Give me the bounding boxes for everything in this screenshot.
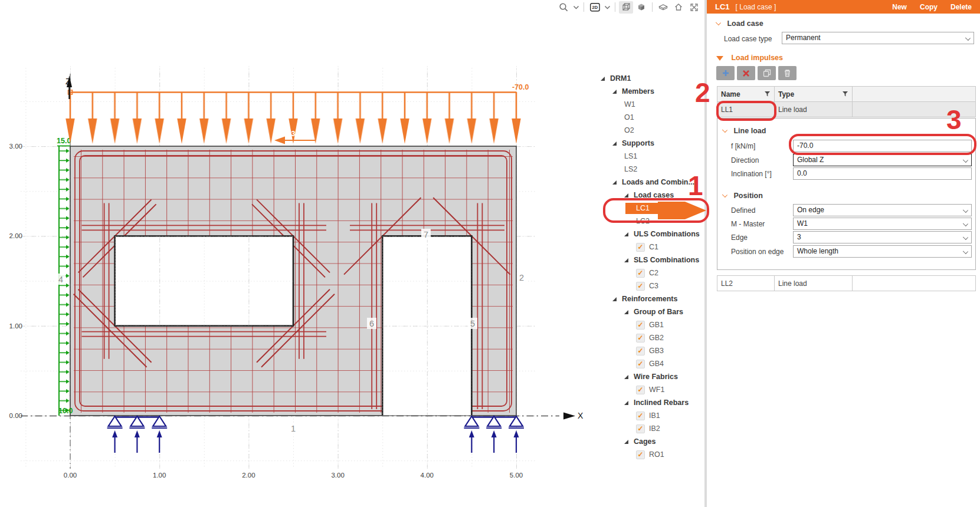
copy-impulse-button[interactable] — [758, 66, 776, 80]
checkbox-checked-icon[interactable]: ✓ — [636, 424, 645, 433]
checkbox-checked-icon[interactable]: ✓ — [636, 334, 645, 343]
view-mode-dropdown-button[interactable] — [603, 1, 611, 14]
view-2d-button[interactable]: 2D — [588, 1, 602, 14]
table-header-name[interactable]: Name — [717, 86, 775, 102]
checkbox-checked-icon[interactable]: ✓ — [636, 360, 645, 368]
table-row-ll1-type[interactable]: Line load — [774, 101, 853, 117]
remove-impulse-button[interactable] — [737, 66, 755, 80]
svg-text:4: 4 — [58, 275, 63, 284]
checkbox-checked-icon[interactable]: ✓ — [636, 411, 645, 420]
line-load-ll1[interactable]: -70.0 3 — [64, 83, 529, 146]
add-impulse-button[interactable] — [716, 66, 735, 80]
expand-triangle-icon[interactable] — [624, 440, 628, 444]
table-header-type[interactable]: Type — [774, 86, 853, 102]
expand-triangle-icon[interactable] — [612, 141, 617, 146]
defined-select[interactable]: On edge — [793, 204, 972, 216]
tree-item-lc2[interactable]: LC2 — [597, 215, 704, 228]
copy-button[interactable]: Copy — [920, 3, 938, 11]
table-row-ll2-spacer[interactable] — [852, 275, 976, 291]
expand-triangle-icon[interactable] — [624, 401, 628, 405]
tree-item-ro1[interactable]: ✓RO1 — [597, 448, 704, 461]
tree-item-c2[interactable]: ✓C2 — [597, 266, 704, 279]
filter-funnel-icon[interactable] — [765, 91, 771, 97]
tree-item-c1[interactable]: ✓C1 — [597, 241, 704, 254]
filter-funnel-icon[interactable] — [843, 91, 848, 97]
checkbox-checked-icon[interactable]: ✓ — [636, 243, 645, 252]
tree-item-gb1[interactable]: ✓GB1 — [597, 318, 704, 331]
expand-triangle-icon[interactable] — [624, 375, 628, 379]
tree-item-wf1[interactable]: ✓WF1 — [597, 383, 704, 396]
tree-item-cages[interactable]: Cages — [597, 435, 704, 448]
tree-item-o1[interactable]: O1 — [597, 111, 704, 124]
tree-item-loads-and-combin[interactable]: Loads and Combin... — [597, 176, 704, 189]
tree-item-sls-combinations[interactable]: SLS Combinations — [597, 254, 704, 266]
section-view-button[interactable] — [656, 1, 670, 14]
checkbox-checked-icon[interactable]: ✓ — [636, 347, 645, 355]
load-case-type-select[interactable]: Permanent — [782, 32, 974, 44]
position-section-header[interactable]: Position — [723, 192, 763, 200]
tree-item-w1[interactable]: W1 — [597, 98, 704, 111]
tree-item-label: ULS Combinations — [634, 230, 700, 238]
tree-item-ls1[interactable]: LS1 — [597, 150, 704, 163]
wireframe-view-button[interactable] — [619, 1, 633, 14]
tree-item-c3[interactable]: ✓C3 — [597, 279, 704, 292]
master-select[interactable]: W1 — [793, 218, 972, 230]
tree-item-ls2[interactable]: LS2 — [597, 163, 704, 176]
table-row-ll2-type[interactable]: Line load — [774, 275, 853, 291]
expand-triangle-icon[interactable] — [612, 297, 617, 301]
new-button[interactable]: New — [892, 3, 907, 11]
tree-item-label: Reinforcements — [622, 295, 677, 303]
inclination-input[interactable]: 0.0 — [793, 167, 972, 180]
tree-item-ib1[interactable]: ✓IB1 — [597, 409, 704, 422]
svg-text:7: 7 — [424, 230, 428, 239]
expand-triangle-icon[interactable] — [624, 193, 628, 197]
delete-button[interactable]: Delete — [950, 3, 972, 11]
edge-select[interactable]: 3 — [793, 231, 972, 243]
tree-item-supports[interactable]: Supports — [597, 137, 704, 150]
checkbox-checked-icon[interactable]: ✓ — [636, 386, 645, 394]
tree-item-gb4[interactable]: ✓GB4 — [597, 357, 704, 370]
zoom-dropdown-button[interactable] — [572, 1, 580, 14]
table-row-ll2-name[interactable]: LL2 — [717, 275, 775, 291]
f-input[interactable]: -70.0 — [793, 140, 972, 152]
tree-item-gb2[interactable]: ✓GB2 — [597, 331, 704, 344]
tree-item-reinforcements[interactable]: Reinforcements — [597, 292, 704, 305]
tree-item-label: Inclined Rebars — [634, 399, 689, 407]
home-view-button[interactable] — [671, 1, 686, 14]
tree-item-o2[interactable]: O2 — [597, 124, 704, 137]
tree-item-lc1[interactable]: LC1 — [597, 202, 704, 215]
zoom-search-button[interactable] — [556, 1, 571, 14]
tree-item-drm1[interactable]: DRM1 — [597, 72, 704, 85]
expand-triangle-icon[interactable] — [624, 310, 628, 314]
expand-triangle-icon[interactable] — [601, 77, 605, 81]
table-row-ll1-name[interactable]: LL1 — [717, 101, 775, 117]
line-load-section-header[interactable]: Line load — [723, 127, 766, 135]
delete-impulse-button[interactable] — [778, 66, 797, 80]
direction-select[interactable]: Global Z — [793, 154, 972, 166]
expand-triangle-icon[interactable] — [624, 258, 628, 262]
solid-view-button[interactable] — [634, 1, 648, 14]
position-on-edge-select[interactable]: Whole length — [793, 245, 972, 258]
checkbox-checked-icon[interactable]: ✓ — [636, 282, 645, 291]
tree-item-members[interactable]: Members — [597, 85, 704, 98]
checkbox-checked-icon[interactable]: ✓ — [636, 269, 645, 278]
tree-item-gb3[interactable]: ✓GB3 — [597, 344, 704, 357]
tree-item-inclined-rebars[interactable]: Inclined Rebars — [597, 396, 704, 409]
tree-item-group-of-bars[interactable]: Group of Bars — [597, 305, 704, 318]
fit-view-button[interactable] — [687, 1, 701, 14]
2d-view-icon: 2D — [590, 3, 600, 12]
tree-item-uls-combinations[interactable]: ULS Combinations — [597, 228, 704, 241]
checkbox-checked-icon[interactable]: ✓ — [636, 321, 645, 330]
expand-triangle-icon[interactable] — [612, 180, 617, 185]
toolbar-separator — [584, 2, 584, 12]
expand-triangle-icon[interactable] — [624, 232, 628, 236]
checkbox-checked-icon[interactable]: ✓ — [636, 450, 645, 459]
tree-item-wire-fabrics[interactable]: Wire Fabrics — [597, 370, 704, 383]
collapse-chevron-icon — [722, 192, 727, 197]
load-case-section-header[interactable]: Load case — [716, 19, 763, 28]
expand-triangle-icon[interactable] — [612, 90, 617, 94]
tree-item-ib2[interactable]: ✓IB2 — [597, 422, 704, 435]
load-impulses-section-header[interactable]: Load impulses — [716, 54, 783, 62]
table-row-ll1-spacer[interactable] — [852, 101, 976, 117]
tree-item-load-cases[interactable]: Load cases — [597, 189, 704, 202]
